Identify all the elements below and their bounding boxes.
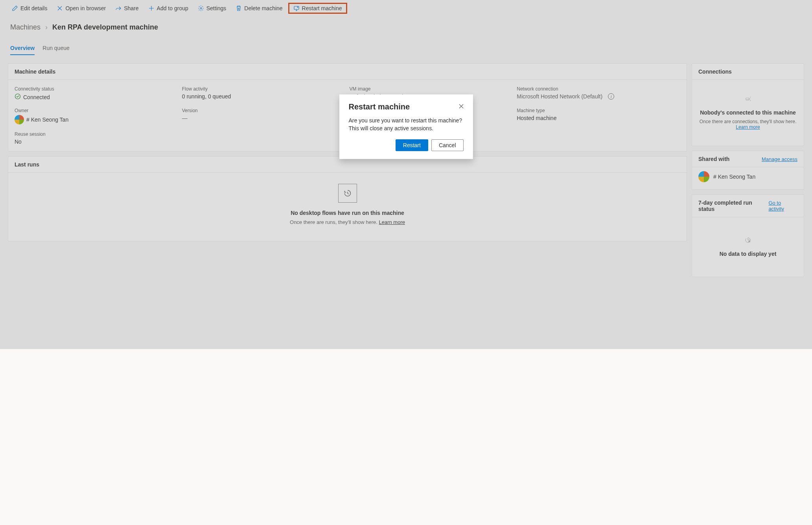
modal-overlay: Restart machine Are you sure you want to… (0, 0, 812, 349)
dialog-body: Are you sure you want to restart this ma… (349, 117, 464, 132)
restart-dialog: Restart machine Are you sure you want to… (339, 94, 473, 159)
dialog-restart-button[interactable]: Restart (396, 139, 428, 151)
dialog-cancel-button[interactable]: Cancel (431, 139, 464, 151)
dialog-title: Restart machine (349, 102, 464, 111)
dialog-close-button[interactable] (457, 102, 466, 112)
close-icon (458, 104, 464, 111)
